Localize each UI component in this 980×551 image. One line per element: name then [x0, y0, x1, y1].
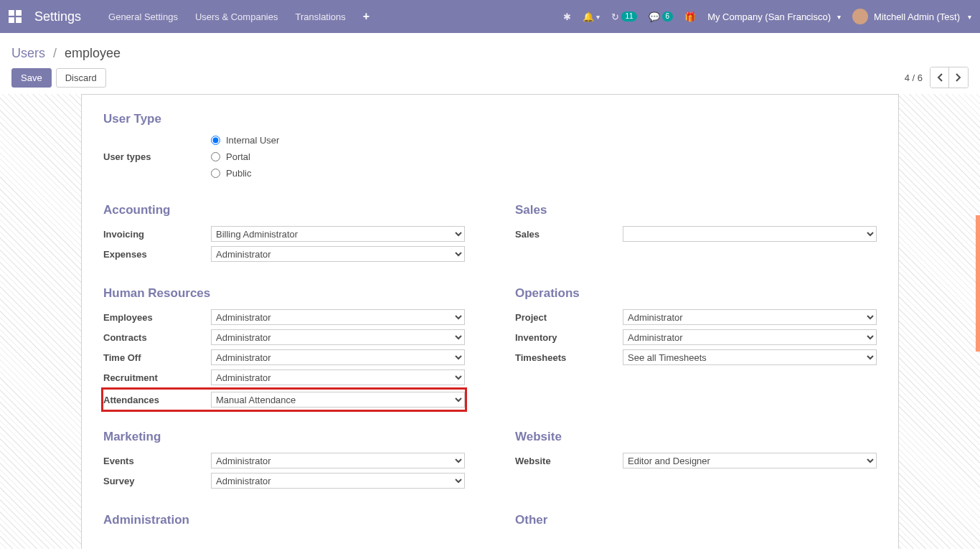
company-switcher[interactable]: My Company (San Francisco)▾: [707, 11, 841, 22]
select-employees[interactable]: Administrator: [211, 309, 465, 325]
pager-nav: [930, 67, 969, 88]
form-sheet: User Type User types Internal User Porta…: [81, 94, 899, 549]
section-hr: Human Resources: [103, 286, 465, 301]
avatar: [852, 9, 868, 24]
select-timesheets[interactable]: See all Timesheets: [623, 349, 877, 365]
select-expenses[interactable]: Administrator: [211, 246, 465, 262]
breadcrumb-separator: /: [53, 46, 57, 60]
breadcrumb-parent[interactable]: Users: [11, 46, 45, 60]
field-recruitment: Recruitment Administrator: [103, 369, 465, 385]
activity-badge: 11: [621, 11, 636, 22]
control-bar: Users / employee Save Discard 4 / 6: [0, 33, 980, 88]
activity-icon[interactable]: ↻11: [611, 11, 636, 22]
field-employees: Employees Administrator: [103, 309, 465, 325]
radio-internal-user[interactable]: Internal User: [211, 135, 877, 146]
menu-general-settings[interactable]: General Settings: [108, 11, 178, 22]
radio-public[interactable]: Public: [211, 168, 877, 179]
svg-rect-2: [9, 17, 14, 23]
pager: 4 / 6: [905, 67, 969, 88]
label-employees: Employees: [103, 312, 211, 323]
select-survey[interactable]: Administrator: [211, 473, 465, 489]
field-timesheets: Timesheets See all Timesheets: [515, 349, 877, 365]
field-inventory: Inventory Administrator: [515, 329, 877, 345]
radio-portal-input[interactable]: [211, 152, 220, 161]
app-title: Settings: [34, 9, 81, 24]
section-accounting: Accounting: [103, 203, 465, 217]
apps-icon[interactable]: [9, 10, 22, 23]
save-button[interactable]: Save: [11, 68, 52, 88]
label-inventory: Inventory: [515, 332, 623, 343]
pager-prev-icon[interactable]: [930, 67, 949, 88]
messages-badge: 6: [662, 11, 674, 22]
field-invoicing: Invoicing Billing Administrator: [103, 226, 465, 242]
navbar-right: ✱ 🔔▾ ↻11 💬6 🎁 My Company (San Francisco)…: [563, 9, 971, 24]
label-survey: Survey: [103, 476, 211, 486]
section-marketing: Marketing: [103, 430, 465, 444]
field-events: Events Administrator: [103, 453, 465, 468]
select-recruitment[interactable]: Administrator: [211, 369, 465, 385]
label-website: Website: [515, 456, 623, 466]
field-attendances: Attendances Manual Attendance: [101, 387, 467, 412]
field-contracts: Contracts Administrator: [103, 329, 465, 345]
label-invoicing: Invoicing: [103, 229, 211, 240]
select-project[interactable]: Administrator: [623, 309, 877, 325]
field-project: Project Administrator: [515, 309, 877, 325]
radio-portal[interactable]: Portal: [211, 151, 877, 162]
section-administration: Administration: [103, 513, 465, 527]
select-attendances[interactable]: Manual Attendance: [211, 392, 465, 408]
radio-public-input[interactable]: [211, 169, 220, 178]
label-contracts: Contracts: [103, 332, 211, 343]
select-timeoff[interactable]: Administrator: [211, 349, 465, 365]
label-attendances: Attendances: [103, 395, 211, 405]
field-user-types: User types Internal User Portal Public: [103, 135, 877, 179]
field-sales: Sales: [515, 226, 877, 242]
select-invoicing[interactable]: Billing Administrator: [211, 226, 465, 242]
select-website[interactable]: Editor and Designer: [623, 453, 877, 468]
menu-users-companies[interactable]: Users & Companies: [195, 11, 278, 22]
section-website: Website: [515, 430, 877, 444]
section-operations: Operations: [515, 286, 877, 301]
menu-add-icon[interactable]: +: [363, 10, 369, 23]
action-row: Save Discard 4 / 6: [11, 67, 969, 88]
label-user-types: User types: [103, 151, 211, 162]
select-contracts[interactable]: Administrator: [211, 329, 465, 345]
form-viewport[interactable]: User Type User types Internal User Porta…: [0, 94, 980, 549]
svg-rect-0: [9, 10, 14, 16]
svg-rect-1: [16, 10, 22, 16]
label-timeoff: Time Off: [103, 352, 211, 363]
label-recruitment: Recruitment: [103, 372, 211, 383]
menu-translations[interactable]: Translations: [296, 11, 346, 22]
section-other: Other: [515, 513, 877, 527]
label-sales: Sales: [515, 229, 623, 240]
label-expenses: Expenses: [103, 249, 211, 260]
label-events: Events: [103, 456, 211, 466]
user-type-radio-group: Internal User Portal Public: [211, 135, 877, 179]
section-sales: Sales: [515, 203, 877, 217]
messages-icon[interactable]: 💬6: [649, 11, 674, 22]
pager-count: 4 / 6: [905, 72, 923, 83]
svg-rect-3: [16, 17, 22, 23]
pager-next-icon[interactable]: [949, 67, 968, 88]
breadcrumb: Users / employee: [11, 46, 969, 61]
select-inventory[interactable]: Administrator: [623, 329, 877, 345]
user-name: Mitchell Admin (Test): [874, 11, 960, 22]
breadcrumb-current: employee: [65, 46, 121, 60]
gift-icon[interactable]: 🎁: [684, 11, 696, 22]
select-sales[interactable]: [623, 226, 877, 242]
field-timeoff: Time Off Administrator: [103, 349, 465, 365]
bell-icon[interactable]: 🔔▾: [583, 11, 600, 22]
bug-icon[interactable]: ✱: [563, 11, 571, 22]
field-website: Website Editor and Designer: [515, 453, 877, 468]
radio-internal-user-input[interactable]: [211, 136, 220, 145]
main-menu: General Settings Users & Companies Trans…: [108, 10, 369, 23]
label-project: Project: [515, 312, 623, 323]
label-timesheets: Timesheets: [515, 352, 623, 363]
discard-button[interactable]: Discard: [56, 68, 106, 88]
scrollbar-thumb[interactable]: [976, 215, 980, 352]
field-survey: Survey Administrator: [103, 473, 465, 489]
select-events[interactable]: Administrator: [211, 453, 465, 468]
company-name: My Company (San Francisco): [707, 11, 831, 22]
field-expenses: Expenses Administrator: [103, 246, 465, 262]
section-user-type: User Type: [103, 112, 877, 126]
user-menu[interactable]: Mitchell Admin (Test)▾: [852, 9, 971, 24]
